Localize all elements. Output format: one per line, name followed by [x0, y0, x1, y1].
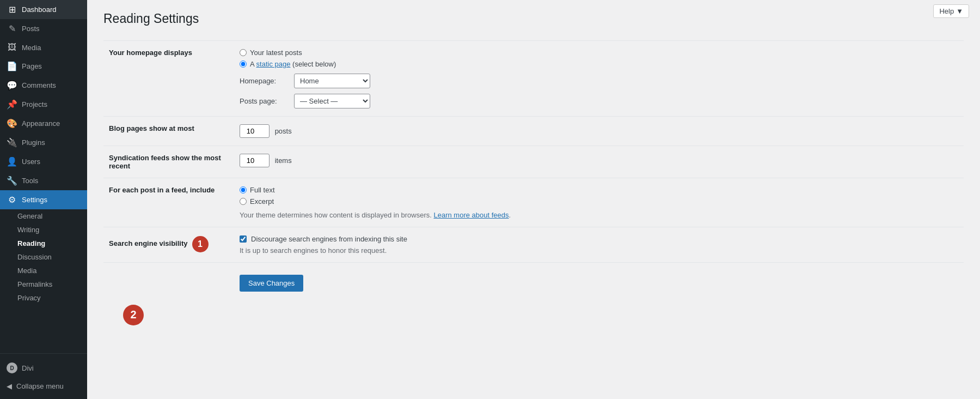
radio-static-page-label: A static page (select below) [250, 60, 336, 68]
submenu-permalinks[interactable]: Permalinks [0, 277, 87, 291]
search-visibility-value: Discourage search engines from indexing … [234, 227, 964, 262]
table-row-homepage: Your homepage displays Your latest posts… [103, 40, 964, 116]
sidebar-item-settings[interactable]: ⚙ Settings [0, 190, 87, 209]
sidebar-item-users[interactable]: 👤 Users [0, 152, 87, 171]
posts-icon: ✎ [7, 23, 17, 34]
sidebar: ⊞ Dashboard ✎ Posts 🖼 Media 📄 Pages 💬 Co… [0, 0, 87, 399]
discourage-checkbox[interactable] [240, 235, 247, 243]
collapse-icon: ◀ [7, 382, 12, 390]
dashboard-icon: ⊞ [7, 4, 17, 15]
sidebar-bottom: D Divi ◀ Collapse menu [0, 353, 87, 399]
sidebar-item-label: Appearance [22, 119, 60, 128]
sidebar-item-label: Posts [22, 25, 40, 33]
feed-note-link[interactable]: Learn more about feeds [434, 211, 509, 219]
blog-pages-label: Blog pages show at most [103, 116, 234, 146]
annotation-circle-2-wrapper: 2 [112, 301, 964, 325]
comments-icon: 💬 [7, 80, 17, 90]
submenu-general[interactable]: General [0, 209, 87, 223]
save-changes-button[interactable]: Save Changes [240, 275, 303, 292]
sidebar-item-label: Dashboard [22, 5, 57, 14]
syndication-label: Syndication feeds show the most recent [103, 146, 234, 178]
radio-full-text-input[interactable] [240, 186, 247, 194]
blog-pages-suffix: posts [275, 127, 292, 135]
submenu-media[interactable]: Media [0, 264, 87, 277]
sidebar-item-tools[interactable]: 🔧 Tools [0, 171, 87, 190]
divi-label: Divi [22, 364, 34, 372]
homepage-select-row: Homepage: Home [240, 74, 958, 88]
discourage-checkbox-row: Discourage search engines from indexing … [240, 235, 958, 243]
radio-latest-posts: Your latest posts [240, 49, 958, 57]
collapse-menu-button[interactable]: ◀ Collapse menu [0, 378, 87, 395]
help-button[interactable]: Help ▼ [933, 4, 969, 18]
blog-pages-value: posts [234, 116, 964, 146]
sidebar-item-label: Tools [22, 177, 38, 185]
table-row-syndication: Syndication feeds show the most recent i… [103, 146, 964, 178]
syndication-suffix: items [275, 156, 292, 165]
submenu-reading[interactable]: Reading [0, 237, 87, 250]
radio-latest-posts-label: Your latest posts [250, 49, 302, 57]
projects-icon: 📌 [7, 99, 17, 110]
static-page-link[interactable]: static page [256, 60, 291, 68]
sidebar-item-appearance[interactable]: 🎨 Appearance [0, 114, 87, 133]
radio-static-page: A static page (select below) [240, 60, 958, 68]
table-row-blog-pages: Blog pages show at most posts [103, 116, 964, 146]
radio-static-page-input[interactable] [240, 61, 247, 68]
divi-icon: D [7, 362, 17, 373]
visibility-note: It is up to search engines to honor this… [240, 246, 958, 255]
sidebar-item-label: Comments [22, 81, 56, 89]
submenu-privacy[interactable]: Privacy [0, 291, 87, 305]
submenu-writing[interactable]: Writing [0, 223, 87, 237]
submenu-discussion[interactable]: Discussion [0, 250, 87, 264]
sidebar-item-comments[interactable]: 💬 Comments [0, 76, 87, 95]
annotation-circle-1[interactable]: 1 [192, 236, 209, 252]
radio-full-text: Full text [240, 186, 958, 194]
posts-page-select[interactable]: — Select — [294, 94, 370, 108]
posts-page-label: Posts page: [240, 97, 289, 105]
settings-submenu: General Writing Reading Discussion Media… [0, 209, 87, 305]
discourage-label: Discourage search engines from indexing … [251, 235, 407, 243]
appearance-icon: 🎨 [7, 118, 17, 129]
feed-note: Your theme determines how content is dis… [240, 211, 958, 219]
sidebar-item-label: Users [22, 158, 40, 166]
sidebar-item-posts[interactable]: ✎ Posts [0, 19, 87, 38]
pages-icon: 📄 [7, 61, 17, 71]
media-icon: 🖼 [7, 43, 17, 52]
feed-include-label: For each post in a feed, include [103, 178, 234, 227]
page-title: Reading Settings [103, 11, 964, 27]
sidebar-item-pages[interactable]: 📄 Pages [0, 57, 87, 76]
search-visibility-label: Search engine visibility 1 [103, 227, 234, 262]
syndication-input[interactable] [240, 154, 270, 167]
settings-icon: ⚙ [7, 195, 17, 205]
homepage-displays-value: Your latest posts A static page (select … [234, 40, 964, 116]
radio-excerpt-input[interactable] [240, 198, 247, 205]
help-label: Help [939, 7, 954, 15]
users-icon: 👤 [7, 156, 17, 167]
sidebar-item-label: Plugins [22, 138, 45, 147]
radio-excerpt: Excerpt [240, 197, 958, 205]
radio-excerpt-label: Excerpt [250, 197, 274, 205]
radio-latest-posts-input[interactable] [240, 49, 247, 56]
blog-pages-input[interactable] [240, 124, 270, 138]
posts-page-select-row: Posts page: — Select — [240, 94, 958, 108]
table-row-search-visibility: Search engine visibility 1 Discourage se… [103, 227, 964, 262]
help-chevron-icon: ▼ [956, 7, 963, 15]
sidebar-item-plugins[interactable]: 🔌 Plugins [0, 133, 87, 152]
sidebar-item-label: Settings [22, 196, 47, 204]
table-row-feed-include: For each post in a feed, include Full te… [103, 178, 964, 227]
sidebar-item-label: Media [22, 44, 41, 52]
sidebar-item-projects[interactable]: 📌 Projects [0, 95, 87, 114]
settings-table: Your homepage displays Your latest posts… [103, 40, 964, 299]
collapse-label: Collapse menu [16, 382, 64, 390]
syndication-value: items [234, 146, 964, 178]
annotation-circle-2[interactable]: 2 [123, 305, 144, 325]
sidebar-item-dashboard[interactable]: ⊞ Dashboard [0, 0, 87, 19]
homepage-select-label: Homepage: [240, 77, 289, 85]
sidebar-item-media[interactable]: 🖼 Media [0, 38, 87, 57]
homepage-select[interactable]: Home [294, 74, 370, 88]
feed-include-value: Full text Excerpt Your theme determines … [234, 178, 964, 227]
main-content: Help ▼ Reading Settings Your homepage di… [87, 0, 980, 399]
plugins-icon: 🔌 [7, 137, 17, 148]
radio-full-text-label: Full text [250, 186, 275, 194]
sidebar-item-divi[interactable]: D Divi [0, 358, 87, 378]
sidebar-item-label: Pages [22, 62, 42, 70]
